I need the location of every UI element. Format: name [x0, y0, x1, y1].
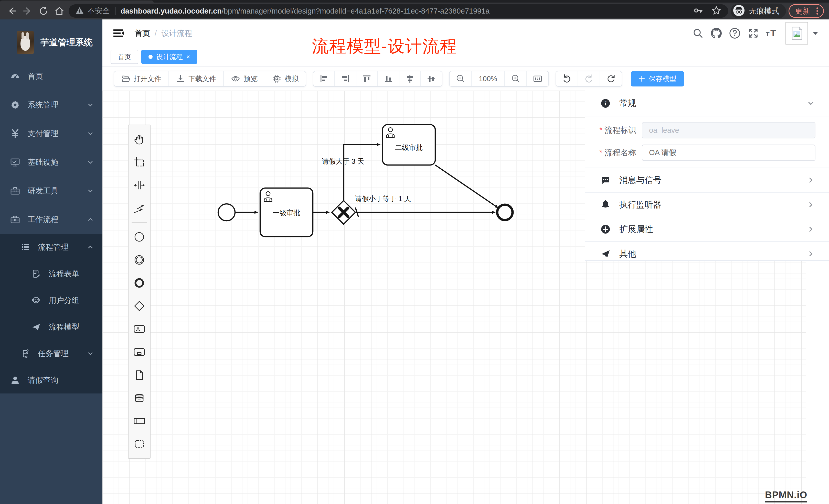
data-store-icon[interactable]	[129, 387, 150, 410]
undo-icon[interactable]	[556, 71, 578, 86]
align-bottom-icon[interactable]	[377, 71, 399, 86]
chevron-right-icon	[807, 201, 815, 208]
call-activity-icon[interactable]	[129, 341, 150, 363]
global-connect-tool-icon[interactable]	[129, 197, 150, 220]
chevron-down-icon	[807, 100, 815, 107]
start-event[interactable]	[218, 204, 235, 221]
end-event[interactable]	[497, 205, 512, 220]
section-execution-listener[interactable]: 执行监听器	[585, 192, 829, 217]
lasso-tool-icon[interactable]	[129, 151, 150, 174]
update-button[interactable]: 更新	[789, 4, 824, 18]
sidebar-item-system[interactable]: 系统管理	[0, 90, 102, 119]
address-bar[interactable]: 不安全 dashboard.yudao.iocoder.cn/bpm/manag…	[69, 4, 728, 18]
participant-icon[interactable]	[129, 410, 150, 433]
designer-toolbar: 打开文件 下载文件 预览 模拟	[102, 67, 829, 90]
sidebar-item-home[interactable]: 首页	[0, 62, 102, 90]
bpmn-io-watermark[interactable]: BPMN.iO	[765, 490, 807, 502]
zoom-out-icon[interactable]	[449, 71, 471, 86]
fullscreen-icon[interactable]	[746, 26, 760, 40]
end-event-icon[interactable]	[129, 271, 150, 295]
form-icon	[31, 269, 41, 279]
sidebar-item-user-group[interactable]: 用户分组	[0, 287, 102, 314]
redo-icon[interactable]	[578, 71, 600, 86]
tab-home[interactable]: 首页	[111, 50, 138, 64]
security-label[interactable]: 不安全	[87, 6, 110, 16]
app-logo-row[interactable]: 芋道管理系统	[0, 20, 102, 54]
chevron-up-icon	[87, 216, 94, 223]
section-extended-attrs[interactable]: 扩展属性	[585, 217, 829, 241]
breadcrumb-home[interactable]: 首页	[135, 28, 150, 39]
sidebar-item-devtools[interactable]: 研发工具	[0, 177, 102, 205]
sidebar-item-leave-query[interactable]: 请假查询	[0, 367, 102, 393]
section-general[interactable]: i 常规	[585, 90, 829, 116]
sidebar-item-infra[interactable]: 基础设施	[0, 148, 102, 177]
browser-menu-icon[interactable]	[815, 7, 820, 14]
forward-icon[interactable]	[21, 4, 34, 18]
section-message-signal[interactable]: 消息与信号	[585, 167, 829, 192]
group-icon[interactable]	[129, 433, 150, 456]
bookmark-star-icon[interactable]	[711, 5, 721, 16]
send-icon	[600, 249, 611, 259]
align-middle-icon[interactable]	[421, 71, 442, 86]
preview-button[interactable]: 预览	[223, 71, 265, 86]
back-icon[interactable]	[5, 4, 19, 18]
exclusive-gateway[interactable]	[332, 201, 355, 224]
sidebar-collapse-icon[interactable]	[113, 28, 124, 38]
flow-label-lte1: 请假小于等于 1 天	[355, 195, 411, 203]
process-key-input[interactable]	[642, 122, 816, 139]
bell-icon	[600, 200, 611, 210]
align-center-icon[interactable]	[399, 71, 421, 86]
tab-design-process[interactable]: 设计流程 ×	[141, 50, 197, 64]
github-icon[interactable]	[709, 26, 723, 40]
sidebar-item-payment[interactable]: 支付管理	[0, 119, 102, 148]
start-event-icon[interactable]	[129, 225, 150, 248]
restart-icon[interactable]	[600, 71, 622, 86]
user-task-level1[interactable]: 一级审批	[260, 188, 313, 237]
user-task-level2[interactable]: 二级审批	[383, 125, 435, 165]
data-object-icon[interactable]	[129, 363, 150, 387]
app-logo-avatar	[17, 31, 34, 54]
url-text[interactable]: dashboard.yudao.iocoder.cn/bpm/manager/m…	[120, 7, 490, 15]
process-name-input[interactable]	[642, 145, 816, 161]
sidebar-item-process-model[interactable]: 流程模型	[0, 314, 102, 340]
flow-gateway-task2[interactable]	[344, 145, 380, 201]
user-task-icon[interactable]	[129, 317, 150, 341]
flow-task2-end[interactable]	[435, 165, 498, 208]
open-file-button[interactable]: 打开文件	[114, 71, 169, 86]
bpmn-palette	[128, 125, 150, 459]
browser-tab[interactable]	[0, 1, 154, 3]
align-right-icon[interactable]	[334, 71, 356, 86]
palette-separator	[132, 222, 147, 223]
align-left-icon[interactable]	[313, 71, 334, 86]
section-other[interactable]: 其他	[585, 241, 829, 266]
reload-icon[interactable]	[37, 4, 50, 18]
download-file-button[interactable]: 下载文件	[169, 71, 223, 86]
field-process-name: *流程名称	[585, 145, 829, 161]
home-icon[interactable]	[53, 4, 66, 18]
sidebar-item-process-mgmt[interactable]: 流程管理	[0, 234, 102, 261]
message-icon	[600, 175, 611, 185]
caret-down-icon[interactable]	[812, 31, 819, 36]
font-size-icon[interactable]: TT	[764, 26, 779, 40]
help-icon[interactable]	[728, 26, 742, 40]
bpmn-canvas[interactable]: 一级审批 请假大于 3 天 二级审批	[102, 90, 829, 504]
tab-close-icon[interactable]: ×	[186, 54, 190, 60]
sidebar-item-workflow[interactable]: 工作流程	[0, 205, 102, 234]
sidebar-item-task-mgmt[interactable]: 任务管理	[0, 340, 102, 367]
search-icon[interactable]	[691, 26, 705, 40]
save-model-button[interactable]: 保存模型	[631, 71, 684, 86]
incognito-icon	[733, 4, 745, 18]
zoom-reset-icon[interactable]	[527, 71, 548, 86]
sidebar-item-process-form[interactable]: 流程表单	[0, 261, 102, 287]
breadcrumb-separator: /	[155, 29, 157, 38]
briefcase-icon	[10, 215, 20, 224]
align-top-icon[interactable]	[356, 71, 377, 86]
space-tool-icon[interactable]	[129, 174, 150, 197]
intermediate-event-icon[interactable]	[129, 248, 150, 271]
simulate-button[interactable]: 模拟	[265, 71, 306, 86]
zoom-in-icon[interactable]	[504, 71, 527, 86]
password-key-icon[interactable]	[693, 5, 703, 16]
gateway-icon[interactable]	[129, 295, 150, 317]
avatar[interactable]	[786, 22, 808, 44]
hand-tool-icon[interactable]	[129, 128, 150, 151]
